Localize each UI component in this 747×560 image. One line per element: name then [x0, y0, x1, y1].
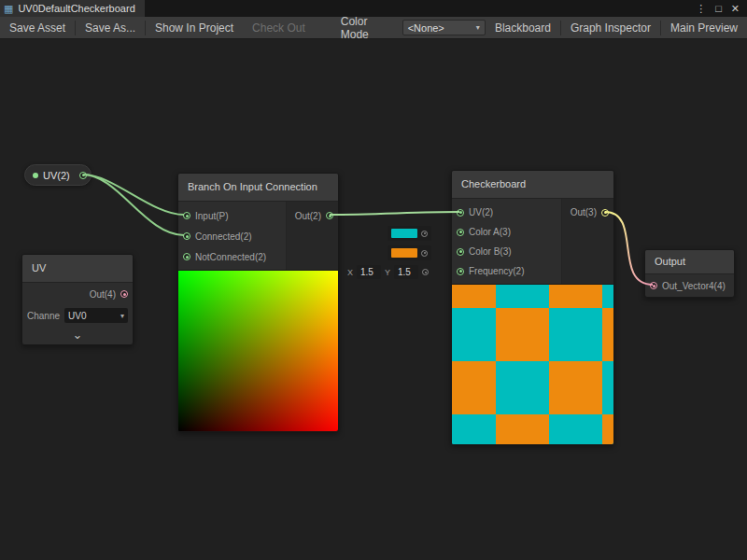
branch-notconnected-port[interactable]	[183, 253, 190, 260]
collapse-preview-toggle[interactable]: ⌄	[22, 326, 133, 344]
maximize-icon[interactable]: □	[715, 3, 722, 14]
uv-pill-out-port[interactable]	[79, 172, 87, 179]
port-row: Connected(2)	[178, 226, 286, 246]
color-mode-dropdown[interactable]: <None> ▾	[402, 20, 486, 35]
branch-connected-label: Connected(2)	[195, 231, 252, 242]
color-mode-group: Color Mode <None> ▾	[341, 15, 486, 41]
tab-title: UV0DefaultCheckerboard	[18, 3, 134, 14]
frequency-x-label: X	[347, 268, 353, 277]
node-branch-on-input-connection[interactable]: Branch On Input Connection Input(P) Conn…	[177, 173, 339, 432]
window-controls: ⋮ □ ✕	[696, 0, 747, 17]
uv-pill-type-dot	[33, 173, 38, 178]
output-in-port[interactable]	[650, 282, 657, 289]
port-row: UV(2)	[452, 203, 561, 222]
color-b-control	[388, 245, 431, 260]
collapse-chevron-icon: ⌄	[73, 330, 83, 340]
branch-node-preview	[178, 270, 338, 431]
port-row: Input(P)	[178, 205, 286, 226]
uv-out-port[interactable]	[120, 290, 128, 298]
edge-uv-to-branch-input[interactable]	[83, 175, 184, 215]
checkerboard-color-b-label: Color B(3)	[469, 246, 512, 257]
checkerboard-node-preview	[452, 284, 613, 444]
color-a-swatch[interactable]	[391, 229, 417, 238]
output-node-title: Output	[645, 250, 734, 274]
color-a-stub-dot	[421, 231, 428, 237]
main-preview-button[interactable]: Main Preview	[661, 17, 747, 38]
branch-out-port[interactable]	[326, 212, 333, 219]
branch-input-label: Input(P)	[195, 211, 229, 221]
branch-connected-port[interactable]	[183, 232, 190, 240]
checkerboard-out-port[interactable]	[601, 209, 609, 217]
toolbar-right-group: Blackboard Graph Inspector Main Preview	[486, 17, 747, 38]
frequency-y-label: Y	[385, 268, 390, 277]
chevron-down-icon: ▾	[476, 23, 480, 32]
branch-out-label: Out(2)	[295, 211, 321, 221]
graph-canvas[interactable]: UV(2) Branch On Input Connection Input(P…	[0, 39, 747, 560]
color-a-control	[388, 226, 431, 241]
node-output[interactable]: Output Out_Vector4(4)	[644, 249, 735, 298]
frequency-stub-dot	[422, 269, 429, 275]
save-as-button[interactable]: Save As...	[76, 17, 145, 38]
color-b-stub-dot	[421, 250, 428, 257]
toolbar: Save Asset Save As... Show In Project Ch…	[0, 17, 747, 39]
port-row: NotConnected(2)	[178, 246, 286, 267]
color-mode-value: <None>	[408, 22, 444, 34]
port-row: Color A(3)	[452, 222, 561, 242]
frequency-x-input[interactable]: 1.5	[357, 265, 381, 279]
tab-bar: ▦ UV0DefaultCheckerboard ⋮ □ ✕	[0, 0, 747, 17]
frequency-y-input[interactable]: 1.5	[394, 265, 418, 279]
port-row: Frequency(2)	[452, 261, 561, 281]
node-uv[interactable]: UV Out(4) Channe UV0 ▾ ⌄	[21, 254, 134, 345]
chevron-down-icon: ▾	[120, 312, 124, 320]
edge-branch-out-to-checkerboard-uv[interactable]	[330, 212, 459, 215]
color-b-swatch[interactable]	[391, 248, 417, 258]
show-in-project-button[interactable]: Show In Project	[146, 17, 243, 38]
port-row: Out(2)	[287, 205, 338, 226]
blackboard-button[interactable]: Blackboard	[486, 17, 560, 38]
save-asset-button[interactable]: Save Asset	[0, 17, 75, 38]
channel-row: Channe UV0 ▾	[22, 305, 133, 326]
uv-pill-label: UV(2)	[43, 170, 75, 181]
color-mode-label: Color Mode	[341, 15, 397, 41]
node-uv-pill[interactable]: UV(2)	[24, 164, 92, 186]
checkerboard-frequency-label: Frequency(2)	[469, 266, 524, 276]
kebab-menu-icon[interactable]: ⋮	[696, 3, 706, 15]
checkerboard-uv-port[interactable]	[457, 209, 464, 217]
channel-dropdown[interactable]: UV0 ▾	[64, 308, 128, 323]
checkerboard-uv-label: UV(2)	[469, 207, 493, 217]
channel-label: Channe	[27, 311, 60, 321]
checkerboard-color-a-port[interactable]	[457, 229, 464, 236]
shader-graph-icon: ▦	[4, 4, 13, 14]
graph-tab[interactable]: ▦ UV0DefaultCheckerboard	[0, 0, 145, 17]
graph-inspector-button[interactable]: Graph Inspector	[561, 17, 660, 38]
frequency-control: X 1.5 Y 1.5	[347, 265, 429, 279]
check-out-button: Check Out	[243, 17, 315, 38]
channel-value: UV0	[68, 311, 86, 321]
node-checkerboard[interactable]: Checkerboard UV(2) Color A(3) Color B(3)	[451, 170, 614, 445]
port-row: Out(3)	[562, 203, 613, 222]
checkerboard-color-b-port[interactable]	[457, 248, 464, 256]
checkerboard-node-title: Checkerboard	[452, 171, 613, 199]
branch-input-port[interactable]	[183, 212, 190, 219]
uv-out-label: Out(4)	[90, 289, 116, 300]
port-row: Out_Vector4(4)	[645, 274, 734, 297]
branch-node-title: Branch On Input Connection	[178, 174, 338, 202]
checkerboard-color-a-label: Color A(3)	[469, 227, 511, 237]
port-row: Color B(3)	[452, 242, 561, 261]
edge-uv-to-branch-connected[interactable]	[83, 175, 184, 235]
checkerboard-out-label: Out(3)	[571, 207, 597, 217]
output-port-label: Out_Vector4(4)	[662, 281, 726, 291]
checkerboard-frequency-port[interactable]	[457, 268, 464, 275]
close-icon[interactable]: ✕	[731, 3, 740, 15]
uv-node-title: UV	[22, 255, 133, 283]
port-row: Out(4)	[22, 283, 133, 305]
branch-notconnected-label: NotConnected(2)	[195, 252, 266, 262]
